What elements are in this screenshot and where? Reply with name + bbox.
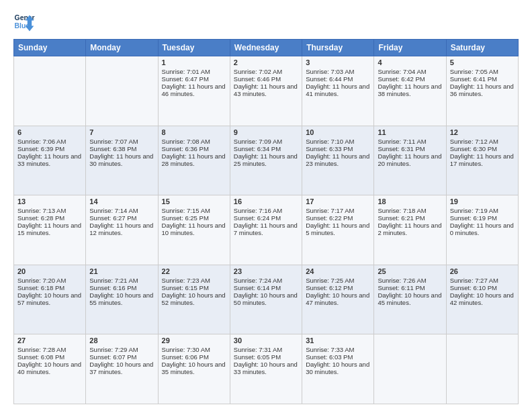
calendar-week-4: 20Sunrise: 7:20 AMSunset: 6:18 PMDayligh… (14, 265, 519, 334)
day-number: 6 (17, 128, 82, 136)
day-info: Sunrise: 7:23 AM (162, 277, 226, 284)
day-info: Daylight: 10 hours and 35 minutes. (162, 361, 226, 375)
day-info: Sunset: 6:39 PM (17, 145, 82, 152)
calendar-cell: 6Sunrise: 7:06 AMSunset: 6:39 PMDaylight… (14, 126, 86, 195)
day-number: 4 (378, 58, 442, 66)
day-info: Sunrise: 7:16 AM (234, 207, 298, 214)
day-info: Sunset: 6:07 PM (89, 353, 154, 361)
day-info: Sunrise: 7:06 AM (17, 138, 82, 145)
day-info: Sunrise: 7:18 AM (378, 207, 442, 214)
calendar-cell: 1Sunrise: 7:01 AMSunset: 6:47 PMDaylight… (158, 56, 230, 126)
day-info: Sunrise: 7:05 AM (450, 68, 515, 75)
calendar-cell: 13Sunrise: 7:13 AMSunset: 6:28 PMDayligh… (14, 195, 86, 265)
day-info: Daylight: 10 hours and 50 minutes. (234, 291, 298, 306)
day-number: 17 (306, 197, 370, 205)
day-info: Sunset: 6:36 PM (162, 145, 226, 152)
calendar-cell: 24Sunrise: 7:25 AMSunset: 6:12 PMDayligh… (302, 265, 374, 334)
calendar-cell: 15Sunrise: 7:15 AMSunset: 6:25 PMDayligh… (158, 195, 230, 265)
logo: General Blue (13, 11, 35, 32)
day-info: Sunset: 6:11 PM (378, 284, 442, 291)
day-info: Daylight: 10 hours and 40 minutes. (17, 361, 82, 375)
day-info: Sunset: 6:28 PM (17, 214, 82, 222)
day-info: Daylight: 11 hours and 2 minutes. (378, 222, 442, 236)
day-number: 1 (162, 58, 226, 66)
day-number: 31 (306, 336, 370, 345)
day-info: Daylight: 11 hours and 38 minutes. (378, 83, 442, 97)
calendar-cell: 3Sunrise: 7:03 AMSunset: 6:44 PMDaylight… (302, 56, 374, 126)
calendar-table: SundayMondayTuesdayWednesdayThursdayFrid… (13, 39, 519, 404)
calendar-header-sunday: Sunday (14, 40, 86, 56)
day-info: Sunset: 6:08 PM (17, 353, 82, 361)
day-info: Sunrise: 7:24 AM (234, 277, 298, 284)
day-info: Daylight: 11 hours and 15 minutes. (17, 222, 82, 236)
day-info: Sunrise: 7:08 AM (162, 138, 226, 145)
header: General Blue (13, 11, 519, 32)
logo-icon: General Blue (13, 11, 35, 32)
day-info: Sunrise: 7:21 AM (89, 277, 154, 284)
day-info: Sunset: 6:44 PM (306, 75, 370, 83)
day-info: Sunset: 6:33 PM (306, 145, 370, 152)
calendar-cell: 16Sunrise: 7:16 AMSunset: 6:24 PMDayligh… (230, 195, 302, 265)
day-info: Sunset: 6:47 PM (162, 75, 226, 83)
calendar-cell: 22Sunrise: 7:23 AMSunset: 6:15 PMDayligh… (158, 265, 230, 334)
day-number: 19 (450, 197, 515, 205)
calendar-week-2: 6Sunrise: 7:06 AMSunset: 6:39 PMDaylight… (14, 126, 519, 195)
day-info: Sunrise: 7:04 AM (378, 68, 442, 75)
day-info: Sunset: 6:25 PM (162, 214, 226, 222)
day-number: 15 (162, 197, 226, 205)
calendar-cell: 26Sunrise: 7:27 AMSunset: 6:10 PMDayligh… (446, 265, 518, 334)
day-info: Daylight: 11 hours and 17 minutes. (450, 152, 515, 167)
day-info: Sunset: 6:21 PM (378, 214, 442, 222)
calendar-cell: 29Sunrise: 7:30 AMSunset: 6:06 PMDayligh… (158, 334, 230, 404)
day-info: Sunrise: 7:29 AM (89, 346, 154, 353)
calendar-cell (86, 56, 158, 126)
calendar-cell: 19Sunrise: 7:19 AMSunset: 6:19 PMDayligh… (446, 195, 518, 265)
calendar-cell: 4Sunrise: 7:04 AMSunset: 6:42 PMDaylight… (374, 56, 446, 126)
day-info: Sunset: 6:46 PM (234, 75, 298, 83)
day-info: Sunrise: 7:09 AM (234, 138, 298, 145)
day-info: Daylight: 11 hours and 25 minutes. (234, 152, 298, 167)
day-number: 30 (234, 336, 298, 345)
day-info: Daylight: 11 hours and 36 minutes. (450, 83, 515, 97)
day-info: Daylight: 11 hours and 28 minutes. (162, 152, 226, 167)
day-info: Daylight: 11 hours and 23 minutes. (306, 152, 370, 167)
calendar-header-tuesday: Tuesday (158, 40, 230, 56)
day-info: Sunset: 6:03 PM (306, 353, 370, 361)
day-info: Sunset: 6:05 PM (234, 353, 298, 361)
calendar-cell: 25Sunrise: 7:26 AMSunset: 6:11 PMDayligh… (374, 265, 446, 334)
day-number: 11 (378, 128, 442, 136)
day-number: 24 (306, 267, 370, 275)
day-number: 3 (306, 58, 370, 66)
day-info: Sunrise: 7:20 AM (17, 277, 82, 284)
calendar-header-monday: Monday (86, 40, 158, 56)
day-info: Sunset: 6:18 PM (17, 284, 82, 291)
day-info: Daylight: 11 hours and 20 minutes. (378, 152, 442, 167)
calendar-cell (14, 56, 86, 126)
day-info: Sunrise: 7:01 AM (162, 68, 226, 75)
day-info: Sunrise: 7:19 AM (450, 207, 515, 214)
day-number: 8 (162, 128, 226, 136)
day-number: 18 (378, 197, 442, 205)
day-number: 12 (450, 128, 515, 136)
calendar-header-thursday: Thursday (302, 40, 374, 56)
calendar-header-wednesday: Wednesday (230, 40, 302, 56)
day-number: 28 (89, 336, 154, 345)
day-info: Daylight: 11 hours and 43 minutes. (234, 83, 298, 97)
day-number: 7 (89, 128, 154, 136)
calendar-cell: 9Sunrise: 7:09 AMSunset: 6:34 PMDaylight… (230, 126, 302, 195)
calendar-cell: 27Sunrise: 7:28 AMSunset: 6:08 PMDayligh… (14, 334, 86, 404)
calendar-cell: 31Sunrise: 7:33 AMSunset: 6:03 PMDayligh… (302, 334, 374, 404)
day-number: 2 (234, 58, 298, 66)
day-info: Sunset: 6:31 PM (378, 145, 442, 152)
day-info: Sunrise: 7:10 AM (306, 138, 370, 145)
day-info: Sunrise: 7:12 AM (450, 138, 515, 145)
day-info: Sunrise: 7:13 AM (17, 207, 82, 214)
day-number: 29 (162, 336, 226, 345)
calendar-cell: 2Sunrise: 7:02 AMSunset: 6:46 PMDaylight… (230, 56, 302, 126)
calendar-cell: 18Sunrise: 7:18 AMSunset: 6:21 PMDayligh… (374, 195, 446, 265)
calendar-cell (374, 334, 446, 404)
day-number: 14 (89, 197, 154, 205)
day-info: Daylight: 11 hours and 12 minutes. (89, 222, 154, 236)
calendar-cell: 10Sunrise: 7:10 AMSunset: 6:33 PMDayligh… (302, 126, 374, 195)
day-info: Sunset: 6:30 PM (450, 145, 515, 152)
